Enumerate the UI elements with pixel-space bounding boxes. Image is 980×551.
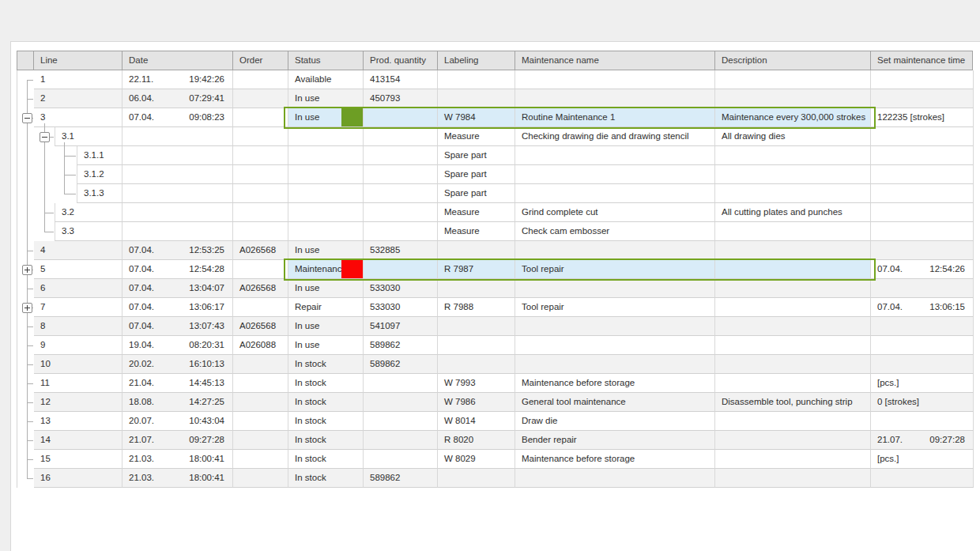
cell-status[interactable]: In stock [288,412,364,431]
cell-set-maintenance-time[interactable] [871,146,974,165]
table-row[interactable]: 407.04.12:53:25A026568In use532885 [17,241,973,260]
cell-line[interactable]: 6 [34,279,122,298]
cell-description[interactable]: Maintenance every 300,000 strokes [715,108,871,127]
cell-line[interactable]: 11 [34,374,122,393]
cell-maintenance-name[interactable]: Checking drawing die and drawing stencil [515,127,715,146]
cell-set-maintenance-time[interactable] [871,222,974,241]
cell-prod-quantity[interactable] [364,203,438,222]
cell-line[interactable]: 3.1.1 [77,146,122,165]
cell-labeling[interactable]: Measure [438,127,515,146]
cell-set-maintenance-time[interactable] [871,412,974,431]
cell-line[interactable]: 10 [34,355,122,374]
cell-labeling[interactable]: Spare part [438,184,515,203]
cell-line[interactable]: 1 [34,70,122,89]
collapse-icon[interactable] [40,132,50,142]
cell-order[interactable] [233,70,288,89]
cell-description[interactable] [715,431,871,450]
expand-icon[interactable] [22,303,32,313]
cell-prod-quantity[interactable]: 589862 [364,336,438,355]
cell-order[interactable] [233,184,288,203]
table-row[interactable]: 1020.02.16:10:13In stock589862 [17,355,973,374]
cell-labeling[interactable]: Measure [438,222,515,241]
cell-set-maintenance-time[interactable] [871,241,974,260]
table-row[interactable]: 1421.07.09:27:28In stockR 8020Bender rep… [17,431,973,450]
cell-prod-quantity[interactable] [364,412,438,431]
cell-line[interactable]: 16 [34,469,122,488]
cell-order[interactable]: A026568 [233,279,288,298]
table-row[interactable]: 1621.03.18:00:41In stock589862 [17,469,973,488]
cell-status[interactable]: In stock [288,355,364,374]
cell-date[interactable]: 19.04.08:20:31 [122,336,233,355]
cell-line[interactable]: 2 [34,89,122,108]
cell-set-maintenance-time[interactable] [871,203,974,222]
cell-line[interactable]: 3.1 [55,127,122,146]
cell-prod-quantity[interactable] [364,374,438,393]
cell-prod-quantity[interactable]: 589862 [364,355,438,374]
cell-order[interactable]: A026088 [233,336,288,355]
cell-maintenance-name[interactable] [515,469,715,488]
column-header-name[interactable]: Maintenance name [515,51,715,70]
cell-date[interactable]: 21.04.14:45:13 [122,374,233,393]
cell-order[interactable] [233,127,288,146]
cell-set-maintenance-time[interactable]: [pcs.] [871,450,974,469]
cell-status[interactable]: In stock [288,431,364,450]
table-row[interactable]: 3.2MeasureGrind complete cutAll cutting … [17,203,973,222]
cell-status[interactable] [288,222,364,241]
expand-icon[interactable] [22,265,32,275]
cell-line[interactable]: 9 [34,336,122,355]
table-row[interactable]: 1218.08.14:27:25In stockW 7986General to… [17,393,973,412]
cell-order[interactable] [233,355,288,374]
cell-maintenance-name[interactable]: Tool repair [515,298,715,317]
cell-labeling[interactable] [438,355,515,374]
cell-set-maintenance-time[interactable] [871,70,974,89]
cell-description[interactable] [715,279,871,298]
cell-order[interactable] [233,260,288,279]
cell-maintenance-name[interactable] [515,165,715,184]
cell-maintenance-name[interactable]: Bender repair [515,431,715,450]
cell-status[interactable]: Maintenance [288,260,364,279]
column-header-date[interactable]: Date [122,51,233,70]
cell-line[interactable]: 3.3 [55,222,122,241]
cell-maintenance-name[interactable]: Grind complete cut [515,203,715,222]
cell-date[interactable] [122,165,233,184]
column-header-indicator[interactable] [17,51,34,70]
cell-description[interactable] [715,355,871,374]
table-row[interactable]: 206.04.07:29:41In use450793 [17,89,973,108]
cell-description[interactable] [715,146,871,165]
cell-date[interactable]: 21.07.09:27:28 [122,431,233,450]
cell-set-maintenance-time[interactable] [871,89,974,108]
column-header-settime[interactable]: Set maintenance time [871,51,973,70]
cell-line[interactable]: 3.1.3 [77,184,122,203]
column-header-labeling[interactable]: Labeling [438,51,515,70]
cell-status[interactable]: In use [288,317,364,336]
cell-order[interactable] [233,431,288,450]
cell-date[interactable]: 07.04.12:54:28 [122,260,233,279]
cell-description[interactable] [715,450,871,469]
cell-date[interactable] [122,184,233,203]
cell-maintenance-name[interactable] [515,241,715,260]
cell-prod-quantity[interactable] [364,165,438,184]
cell-labeling[interactable] [438,89,515,108]
cell-description[interactable] [715,184,871,203]
table-row[interactable]: 3.3MeasureCheck cam embosser [17,222,973,241]
cell-status[interactable] [288,203,364,222]
cell-prod-quantity[interactable] [364,393,438,412]
cell-description[interactable]: All drawing dies [715,127,871,146]
cell-line[interactable]: 3 [34,108,122,127]
column-header-line[interactable]: Line [34,51,122,70]
cell-description[interactable]: All cutting plates and punches [715,203,871,222]
table-row[interactable]: 1521.03.18:00:41In stockW 8029Maintenanc… [17,450,973,469]
cell-line[interactable]: 14 [34,431,122,450]
cell-description[interactable] [715,89,871,108]
cell-labeling[interactable]: Spare part [438,165,515,184]
cell-line[interactable]: 5 [34,260,122,279]
cell-set-maintenance-time[interactable]: 07.04.12:54:26 [871,260,974,279]
cell-date[interactable]: 07.04.13:07:43 [122,317,233,336]
cell-prod-quantity[interactable] [364,260,438,279]
cell-description[interactable] [715,317,871,336]
cell-maintenance-name[interactable]: Tool repair [515,260,715,279]
cell-maintenance-name[interactable]: Maintenance before storage [515,450,715,469]
cell-date[interactable] [122,146,233,165]
cell-date[interactable]: 21.03.18:00:41 [122,469,233,488]
cell-maintenance-name[interactable] [515,89,715,108]
